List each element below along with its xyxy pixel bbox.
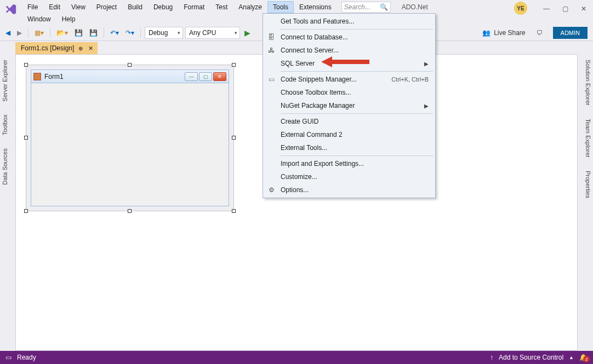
maximize-button[interactable]: ▢ <box>556 2 574 15</box>
menu-test[interactable]: Test <box>210 1 233 13</box>
tab-close-icon[interactable]: ✕ <box>87 45 94 52</box>
form-titlebar: Form1 ― ▢ ✕ <box>31 70 229 83</box>
platform-dropdown[interactable]: Any CPU▾ <box>185 27 240 39</box>
menu-external-tools[interactable]: External Tools... <box>263 141 435 154</box>
menu-extensions[interactable]: Extensions <box>294 1 337 13</box>
close-button[interactable]: ✕ <box>574 2 593 15</box>
menu-import-export-settings[interactable]: Import and Export Settings... <box>263 157 435 170</box>
menu-edit[interactable]: Edit <box>43 1 66 13</box>
submenu-arrow-icon: ▶ <box>424 61 429 67</box>
tab-data-sources[interactable]: Data Sources <box>0 144 13 189</box>
redo-button[interactable]: ↷▾ <box>123 28 136 38</box>
form-minimize-icon[interactable]: ― <box>185 72 198 81</box>
menu-build[interactable]: Build <box>122 1 148 13</box>
tab-properties[interactable]: Properties <box>580 166 593 203</box>
menu-create-guid[interactable]: Create GUID <box>263 115 435 128</box>
search-input[interactable]: Search... 🔍 <box>341 2 391 13</box>
tab-toolbox[interactable]: Toolbox <box>0 110 13 140</box>
form-title-text: Form1 <box>44 73 64 80</box>
menu-choose-toolbox[interactable]: Choose Toolbox Items... <box>263 86 435 99</box>
right-tool-tabs: Solution Explorer Team Explorer Properti… <box>580 54 593 203</box>
menu-view[interactable]: View <box>66 1 91 13</box>
menu-external-command-2[interactable]: External Command 2 <box>263 128 435 141</box>
user-badge[interactable]: YE <box>514 2 527 15</box>
feedback-icon[interactable]: 🗩 <box>537 29 543 37</box>
save-button[interactable]: 💾 <box>72 28 85 38</box>
chevron-up-icon[interactable]: ▲ <box>569 355 574 360</box>
menu-help[interactable]: Help <box>56 13 81 25</box>
form-close-icon[interactable]: ✕ <box>213 72 226 81</box>
menu-connect-server[interactable]: 🖧Connect to Server... <box>263 44 435 57</box>
menu-project[interactable]: Project <box>91 1 122 13</box>
tab-server-explorer[interactable]: Server Explorer <box>0 55 13 106</box>
new-project-button[interactable]: ▦▾ <box>32 28 46 38</box>
pin-icon[interactable]: ⊕ <box>78 45 83 51</box>
tab-solution-explorer[interactable]: Solution Explorer <box>580 55 593 110</box>
menu-connect-database[interactable]: 🗄Connect to Database... <box>263 31 435 44</box>
notification-count: 2 <box>583 356 590 362</box>
platform-value: Any CPU <box>189 29 216 37</box>
add-to-source-control[interactable]: Add to Source Control <box>499 354 563 361</box>
document-tab-label: Form1.cs [Design] <box>21 44 74 52</box>
menu-window[interactable]: Window <box>22 13 56 25</box>
live-share-icon[interactable]: 👥 <box>482 29 491 37</box>
form-preview[interactable]: Form1 ― ▢ ✕ <box>31 70 229 206</box>
config-dropdown[interactable]: Debug▾ <box>145 27 183 39</box>
config-value: Debug <box>149 29 168 37</box>
form-designer-selection[interactable]: Form1 ― ▢ ✕ <box>26 65 234 211</box>
menu-options[interactable]: ⚙Options... <box>263 183 435 197</box>
source-control-up-icon: ↑ <box>490 354 493 361</box>
live-share-area: 👥 Live Share 🗩 ADMIN <box>482 27 590 39</box>
snippet-icon: ▭ <box>266 76 276 83</box>
solution-label: ADO.Net <box>402 3 428 11</box>
menu-tools[interactable]: Tools <box>267 1 294 13</box>
form-maximize-icon[interactable]: ▢ <box>199 72 212 81</box>
window-controls: ― ▢ ✕ <box>537 0 593 25</box>
shortcut-text: Ctrl+K, Ctrl+B <box>391 76 429 83</box>
window-layout-icon[interactable]: ▭ <box>5 354 12 361</box>
nav-back-button[interactable]: ◀ <box>3 28 13 38</box>
menu-debug[interactable]: Debug <box>148 1 178 13</box>
menu-get-tools[interactable]: Get Tools and Features... <box>263 15 435 28</box>
menu-nuget[interactable]: NuGet Package Manager▶ <box>263 99 435 112</box>
admin-badge: ADMIN <box>553 27 588 39</box>
undo-button[interactable]: ↶▾ <box>108 28 121 38</box>
menu-format[interactable]: Format <box>178 1 210 13</box>
form-icon <box>33 73 41 80</box>
tools-menu-dropdown: Get Tools and Features... 🗄Connect to Da… <box>263 13 436 198</box>
nav-forward-button[interactable]: ▶ <box>15 28 24 38</box>
menu-customize[interactable]: Customize... <box>263 170 435 183</box>
submenu-arrow-icon: ▶ <box>424 103 429 109</box>
tab-team-explorer[interactable]: Team Explorer <box>580 114 593 162</box>
gear-icon: ⚙ <box>266 186 276 194</box>
save-all-button[interactable]: 💾 <box>87 28 100 38</box>
status-bar: ▭ Ready ↑ Add to Source Control ▲ 🔔2 <box>0 351 593 364</box>
menu-sql-server[interactable]: SQL Server▶ <box>263 57 435 70</box>
status-text: Ready <box>17 354 36 361</box>
server-icon: 🖧 <box>266 47 276 54</box>
menu-file[interactable]: File <box>22 1 43 13</box>
minimize-button[interactable]: ― <box>537 2 556 15</box>
left-tool-tabs: Server Explorer Toolbox Data Sources <box>0 54 13 189</box>
start-button[interactable]: ▶ <box>242 27 253 38</box>
document-tab[interactable]: Form1.cs [Design] ⊕ ✕ <box>15 42 98 54</box>
live-share-button[interactable]: Live Share <box>494 29 525 37</box>
open-file-button[interactable]: 📂▾ <box>54 28 70 38</box>
menu-code-snippets[interactable]: ▭Code Snippets Manager...Ctrl+K, Ctrl+B <box>263 73 435 86</box>
notifications-button[interactable]: 🔔2 <box>579 354 588 361</box>
database-icon: 🗄 <box>266 33 276 41</box>
search-icon: 🔍 <box>380 3 388 11</box>
search-placeholder: Search... <box>344 3 370 11</box>
vs-logo <box>0 0 22 25</box>
menu-analyze[interactable]: Analyze <box>233 1 267 13</box>
